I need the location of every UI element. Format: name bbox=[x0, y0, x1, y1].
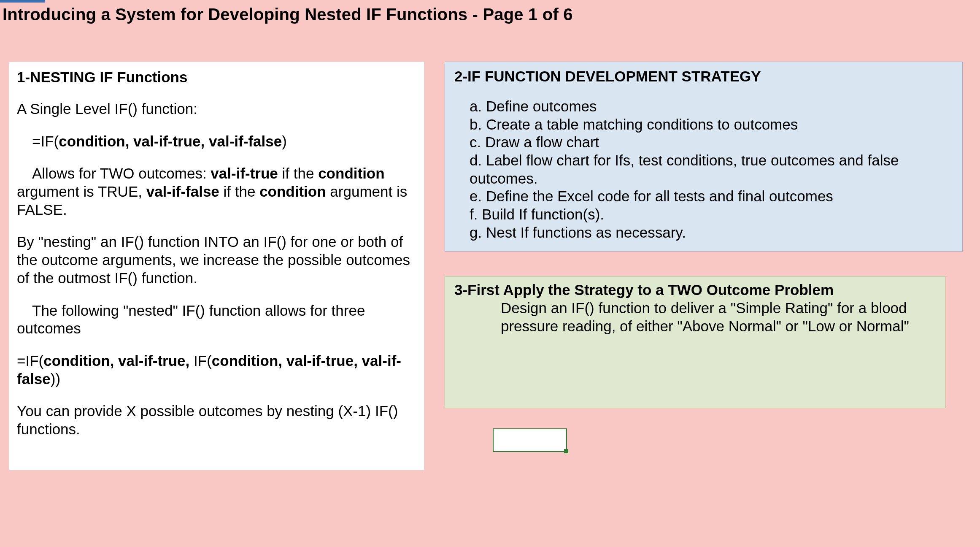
panel1-heading: 1-NESTING IF Functions bbox=[17, 69, 416, 86]
panel-strategy: 2-IF FUNCTION DEVELOPMENT STRATEGY a. De… bbox=[445, 62, 963, 252]
selected-cell[interactable] bbox=[493, 428, 567, 452]
p3: By "nesting" an IF() function INTO an IF… bbox=[17, 233, 416, 287]
page-title: Introducing a System for Developing Nest… bbox=[3, 5, 573, 24]
p2: Allows for TWO outcomes: val-if-true if … bbox=[17, 165, 416, 219]
strategy-item: d. Label flow chart for Ifs, test condit… bbox=[470, 152, 953, 187]
strategy-item: b. Create a table matching conditions to… bbox=[470, 116, 953, 134]
strategy-item: f. Build If function(s). bbox=[470, 206, 953, 224]
accent-bar bbox=[0, 0, 45, 3]
p5: You can provide X possible outcomes by n… bbox=[17, 402, 416, 438]
panel2-heading: 2-IF FUNCTION DEVELOPMENT STRATEGY bbox=[454, 68, 953, 85]
strategy-item: e. Define the Excel code for all tests a… bbox=[470, 187, 953, 206]
panel3-desc: Design an IF() function to deliver a "Si… bbox=[501, 299, 936, 335]
strategy-list: a. Define outcomes b. Create a table mat… bbox=[454, 97, 953, 242]
panel-nesting-if: 1-NESTING IF Functions A Single Level IF… bbox=[9, 62, 424, 470]
formula-nested-if: =IF(condition, val-if-true, IF(condition… bbox=[17, 352, 416, 388]
panel3-heading: 3-First Apply the Strategy to a TWO Outc… bbox=[454, 282, 936, 298]
strategy-item: g. Nest If functions as necessary. bbox=[470, 224, 953, 242]
panel-apply-strategy: 3-First Apply the Strategy to a TWO Outc… bbox=[445, 276, 945, 408]
strategy-item: c. Draw a flow chart bbox=[470, 133, 953, 152]
document-page: Introducing a System for Developing Nest… bbox=[0, 0, 980, 547]
formula-single-if: =IF(condition, val-if-true, val-if-false… bbox=[17, 133, 416, 151]
p4: The following "nested" IF() function all… bbox=[17, 302, 416, 338]
fill-handle[interactable] bbox=[564, 449, 568, 453]
p1: A Single Level IF() function: bbox=[17, 100, 416, 118]
strategy-item: a. Define outcomes bbox=[470, 97, 953, 116]
